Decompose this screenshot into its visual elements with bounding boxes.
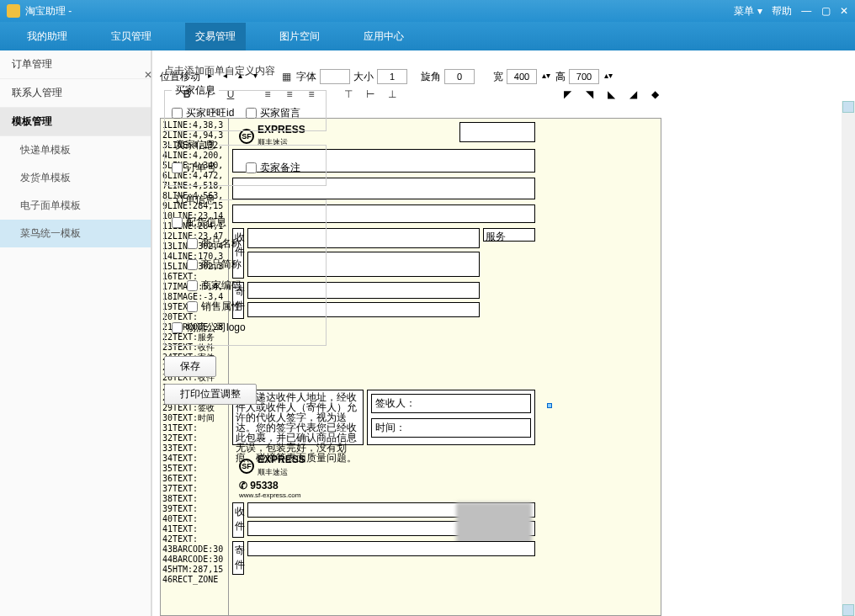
scroll-up-icon[interactable] [842, 101, 854, 113]
chk-logo[interactable]: 物流公司logo [172, 317, 319, 338]
buyer-group: 买家信息 买家旺旺id 买家留言 [164, 83, 327, 131]
adjust-button[interactable]: 打印位置调整 [164, 384, 257, 405]
chk-goods-short[interactable]: 商品简称 [187, 254, 319, 275]
tool-se-icon[interactable]: ◢ [626, 88, 640, 101]
panel-close-icon[interactable]: ✕ [144, 69, 152, 81]
sidebar: 订单管理 联系人管理 模板管理 快递单模板 发货单模板 电子面单模板 菜鸟统一模… [0, 50, 151, 616]
tool-tag-icon[interactable]: ◆ [648, 88, 661, 101]
tool-sw-icon[interactable]: ◣ [604, 88, 618, 101]
order-group: 订单信息 配货信息 商品名称 商品简称 商家编码 销售属性 物流公司logo [164, 193, 327, 346]
sidebar-sub-shipping[interactable]: 发货单模板 [0, 164, 151, 192]
chk-seller-remark[interactable]: 卖家备注 [246, 157, 320, 178]
rotate-input[interactable] [444, 69, 475, 84]
chk-goods-sku[interactable]: 商家编码 [187, 275, 319, 296]
box-service[interactable]: 服务 [483, 228, 535, 242]
vertical-scrollbar[interactable] [842, 101, 855, 616]
height-input[interactable] [569, 69, 599, 84]
right-panel: ✕ 点击添加面单自定义内容 买家信息 买家旺旺id 买家留言 卖家信息 订单号 … [151, 50, 337, 616]
valign-mid-icon[interactable]: ⊢ [364, 88, 377, 101]
close-icon[interactable]: ✕ [840, 5, 848, 17]
h-step-icon[interactable]: ▴▾ [603, 71, 614, 82]
titlebar: 淘宝助理 - 菜单 ▾ 帮助 — ▢ ✕ [0, 0, 855, 22]
scroll-down-icon[interactable] [842, 604, 854, 616]
width-input[interactable] [507, 69, 537, 84]
menubar: 我的助理 宝贝管理 交易管理 图片空间 应用中心 [0, 22, 855, 50]
tool-ne-icon[interactable]: ◥ [582, 88, 596, 101]
valign-bot-icon[interactable]: ⊥ [385, 88, 399, 101]
sidebar-sub-ewaybill[interactable]: 电子面单模板 [0, 192, 151, 220]
help-link[interactable]: 帮助 [772, 5, 792, 17]
chk-goods-name[interactable]: 商品名称 [187, 233, 319, 254]
w-step-icon[interactable]: ▴▾ [540, 71, 552, 82]
save-button[interactable]: 保存 [164, 356, 216, 377]
rotate-label: 旋角 [421, 70, 441, 84]
width-label: 宽 [493, 70, 503, 84]
maximize-icon[interactable]: ▢ [821, 5, 831, 17]
tab-apps[interactable]: 应用中心 [353, 23, 414, 50]
app-logo-icon [7, 4, 20, 18]
app-title: 淘宝助理 - [25, 4, 72, 19]
valign-top-icon[interactable]: ⊤ [342, 88, 355, 101]
tab-images[interactable]: 图片空间 [269, 23, 330, 50]
sidebar-contact-mgmt[interactable]: 联系人管理 [0, 79, 151, 108]
menu-dropdown[interactable]: 菜单 ▾ [734, 5, 762, 17]
tool-nw-icon[interactable]: ◤ [560, 88, 574, 101]
chk-goods-attr[interactable]: 销售属性 [187, 296, 319, 317]
sidebar-template-mgmt[interactable]: 模板管理 [0, 108, 151, 136]
chk-order-no[interactable]: 订单号 [172, 157, 246, 178]
chk-buyer-comment[interactable]: 买家留言 [246, 103, 320, 124]
size-input[interactable] [377, 69, 407, 84]
chk-buyer-wangwang[interactable]: 买家旺旺id [172, 103, 246, 124]
height-label: 高 [555, 70, 566, 84]
tab-my-assistant[interactable]: 我的助理 [17, 23, 77, 50]
minimize-icon[interactable]: — [801, 5, 811, 17]
seller-group: 卖家信息 订单号 卖家备注 [164, 138, 327, 186]
tab-goods[interactable]: 宝贝管理 [101, 23, 162, 50]
size-label: 大小 [353, 70, 374, 84]
sidebar-order-mgmt[interactable]: 订单管理 [0, 50, 151, 79]
box-signature[interactable]: 签收人： 时间： [367, 390, 535, 445]
panel-title: 点击添加面单自定义内容 [164, 64, 327, 78]
chk-shipinfo[interactable]: 配货信息 [172, 212, 319, 233]
selection-handle-icon[interactable] [547, 403, 552, 408]
box-topsmall[interactable] [459, 122, 535, 142]
sidebar-sub-cainiao[interactable]: 菜鸟统一模板 [0, 220, 151, 247]
sidebar-sub-express[interactable]: 快递单模板 [0, 136, 151, 164]
tab-trade[interactable]: 交易管理 [185, 23, 246, 50]
